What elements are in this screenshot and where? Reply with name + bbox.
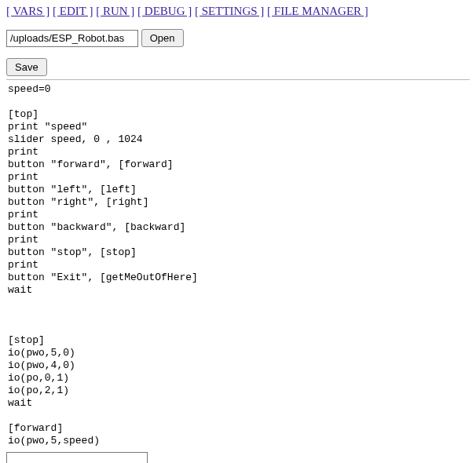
nav-settings-link[interactable]: [ SETTINGS ] xyxy=(195,5,264,17)
nav-run-link[interactable]: [ RUN ] xyxy=(96,5,134,17)
open-button[interactable]: Open xyxy=(141,29,184,47)
nav-debug-link[interactable]: [ DEBUG ] xyxy=(137,5,192,17)
bottom-input-row xyxy=(6,452,470,463)
save-row: Save xyxy=(6,58,470,76)
save-button[interactable]: Save xyxy=(6,58,47,76)
nav-vars-link[interactable]: [ VARS ] xyxy=(6,5,49,17)
nav-bar: [ VARS ] [ EDIT ] [ RUN ] [ DEBUG ] [ SE… xyxy=(6,5,470,18)
code-editor[interactable]: speed=0 [top] print "speed" slider speed… xyxy=(8,83,468,447)
file-row: Open xyxy=(6,29,470,47)
file-path-input[interactable] xyxy=(6,30,138,47)
nav-filemanager-link[interactable]: [ FILE MANAGER ] xyxy=(267,5,368,17)
nav-edit-link[interactable]: [ EDIT ] xyxy=(53,5,93,17)
editor-frame: speed=0 [top] print "speed" slider speed… xyxy=(6,79,470,447)
command-input[interactable] xyxy=(6,452,148,463)
